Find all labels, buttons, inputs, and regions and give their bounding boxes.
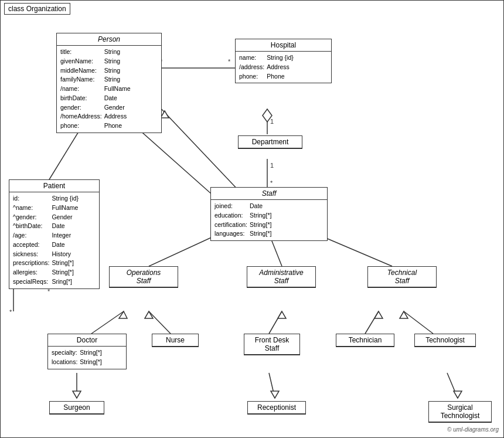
svg-text:*: * — [47, 288, 50, 295]
svg-marker-27 — [278, 311, 286, 318]
hospital-body: name:String {id} /address:Address phone:… — [236, 52, 331, 83]
svg-line-34 — [269, 373, 275, 398]
svg-marker-31 — [400, 311, 408, 318]
svg-marker-29 — [374, 311, 383, 318]
department-class: Department — [238, 135, 302, 149]
administrative-staff-class: Administrative Staff — [247, 266, 316, 288]
svg-marker-25 — [145, 311, 153, 318]
svg-line-24 — [149, 311, 171, 334]
svg-line-36 — [447, 373, 458, 398]
svg-line-28 — [365, 311, 379, 334]
front-desk-staff-class: Front Desk Staff — [244, 334, 300, 355]
svg-marker-4 — [263, 109, 272, 122]
doctor-body: specialty:String[*] locations:String[*] — [48, 347, 126, 369]
diagram-container: class Organization * * 1 * 1 * — [0, 0, 504, 438]
svg-text:*: * — [270, 179, 273, 186]
svg-line-22 — [91, 311, 124, 334]
svg-marker-33 — [73, 391, 81, 398]
surgical-technologist-title: Surgical Technologist — [429, 402, 491, 422]
technical-staff-title: Technical Staff — [368, 267, 436, 287]
department-title: Department — [239, 136, 302, 148]
surgeon-title: Surgeon — [50, 402, 104, 414]
person-class: Person title:String givenName:String mid… — [56, 33, 162, 133]
svg-marker-37 — [454, 391, 462, 398]
svg-line-26 — [269, 311, 282, 334]
person-title: Person — [57, 33, 161, 46]
svg-text:*: * — [9, 308, 12, 315]
person-body: title:String givenName:String middleName… — [57, 46, 161, 133]
copyright: © uml-diagrams.org — [447, 426, 499, 433]
technician-class: Technician — [336, 334, 394, 347]
nurse-title: Nurse — [152, 334, 198, 347]
patient-class: Patient id:String {id} ^name:FullName ^g… — [9, 179, 100, 289]
patient-body: id:String {id} ^name:FullName ^gender:Ge… — [9, 192, 99, 288]
svg-line-30 — [404, 311, 433, 334]
hospital-title: Hospital — [236, 39, 331, 52]
svg-marker-23 — [119, 311, 127, 318]
svg-text:*: * — [228, 58, 231, 65]
svg-marker-15 — [161, 111, 169, 118]
staff-title: Staff — [211, 188, 327, 200]
staff-body: joined:Date education:String[*] certific… — [211, 200, 327, 240]
svg-marker-35 — [271, 391, 279, 398]
operations-staff-class: Operations Staff — [109, 266, 178, 288]
technician-title: Technician — [336, 334, 394, 347]
receptionist-class: Receptionist — [247, 401, 306, 415]
svg-text:1: 1 — [270, 162, 274, 169]
surgeon-class: Surgeon — [49, 401, 104, 415]
operations-staff-title: Operations Staff — [110, 267, 178, 287]
doctor-class: Doctor specialty:String[*] locations:Str… — [47, 334, 127, 369]
front-desk-staff-title: Front Desk Staff — [244, 334, 299, 355]
technical-staff-class: Technical Staff — [367, 266, 437, 288]
technologist-title: Technologist — [415, 334, 475, 347]
surgical-technologist-class: Surgical Technologist — [428, 401, 492, 423]
doctor-title: Doctor — [48, 334, 126, 347]
patient-title: Patient — [9, 180, 99, 192]
nurse-class: Nurse — [152, 334, 199, 347]
diagram-title: class Organization — [4, 3, 70, 15]
svg-text:1: 1 — [270, 118, 274, 125]
receptionist-title: Receptionist — [248, 402, 305, 414]
administrative-staff-title: Administrative Staff — [247, 267, 315, 287]
staff-class: Staff joined:Date education:String[*] ce… — [210, 187, 328, 241]
svg-line-14 — [156, 103, 242, 194]
technologist-class: Technologist — [414, 334, 476, 347]
hospital-class: Hospital name:String {id} /address:Addre… — [235, 39, 332, 83]
